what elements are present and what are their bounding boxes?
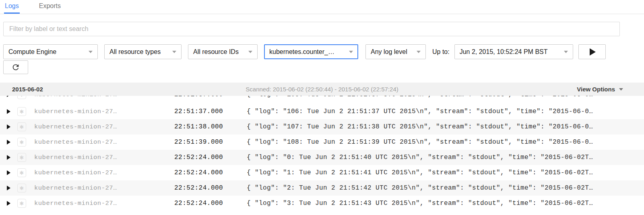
expand-row-icon[interactable] <box>7 155 10 160</box>
resource-types-dropdown[interactable]: All resource types <box>104 44 182 59</box>
resource-types-dropdown-label: All resource types <box>109 48 161 56</box>
log-row-host: kubernetes-minion-27… <box>34 123 174 130</box>
log-level-any-icon: ✱ <box>17 168 26 177</box>
log-row[interactable]: ✱ kubernetes-minion-27… 22:51:37.000 { "… <box>0 96 644 102</box>
log-row-json: { "log": "2: Tue Jun 2 21:51:42 UTC 2015… <box>247 184 644 192</box>
expand-row-icon[interactable] <box>7 109 10 114</box>
log-row-host: kubernetes-minion-27… <box>34 96 174 98</box>
log-rows-list: ✱ kubernetes-minion-27… 22:51:37.000 { "… <box>0 104 644 211</box>
source-dropdown[interactable]: Compute Engine <box>3 44 98 59</box>
tab-bar: Logs Exports <box>0 0 644 14</box>
expand-row-icon[interactable] <box>7 201 10 206</box>
resource-ids-dropdown-label: All resource IDs <box>193 48 239 56</box>
log-row[interactable]: ✱ kubernetes-minion-27… 22:52:24.000 { "… <box>0 150 644 165</box>
tab-exports[interactable]: Exports <box>38 0 62 14</box>
log-row-host: kubernetes-minion-27… <box>34 200 174 207</box>
log-level-any-icon: ✱ <box>17 107 26 116</box>
log-level-dropdown[interactable]: Any log level <box>365 44 426 59</box>
log-row-json: { "log": "106: Tue Jun 2 21:51:37 UTC 20… <box>247 108 644 115</box>
play-icon <box>590 48 596 56</box>
log-row[interactable]: ✱ kubernetes-minion-27… 22:51:38.000 { "… <box>0 119 644 134</box>
chevron-down-icon <box>89 51 93 53</box>
log-row-time: 22:52:24.000 <box>174 184 247 192</box>
log-row-time: 22:52:24.000 <box>174 200 247 207</box>
log-row-json: { "log": "3: Tue Jun 2 21:51:43 UTC 2015… <box>247 200 644 207</box>
filter-toolbar: Compute Engine All resource types All re… <box>3 44 644 59</box>
filter-search-input[interactable] <box>3 22 620 36</box>
refresh-icon <box>11 63 20 72</box>
log-row[interactable]: ✱ kubernetes-minion-27… 22:51:37.000 { "… <box>0 104 644 119</box>
log-row[interactable]: ✱ kubernetes-minion-27… 22:52:24.000 { "… <box>0 180 644 196</box>
log-name-dropdown-label: kubernetes.counter_… <box>269 48 334 56</box>
log-row-time: 22:52:24.000 <box>174 169 247 176</box>
datetime-dropdown[interactable]: Jun 2, 2015, 10:52:24 PM BST <box>454 44 573 59</box>
chevron-down-icon <box>564 51 568 53</box>
log-row-host: kubernetes-minion-27… <box>34 184 174 192</box>
expand-row-icon[interactable] <box>7 140 10 145</box>
log-section: Scanned: 2015-06-02 (22:50:44) - 2015-06… <box>0 83 644 211</box>
log-level-any-icon: ✱ <box>17 184 26 192</box>
tab-logs[interactable]: Logs <box>4 0 20 14</box>
chevron-down-icon <box>619 88 623 91</box>
log-row-json: { "log": "106: Tue Jun 2 21:51:37 UTC 20… <box>247 96 644 98</box>
chevron-down-icon <box>172 51 176 53</box>
chevron-down-icon <box>248 51 252 53</box>
log-row-time: 22:51:37.000 <box>174 96 247 98</box>
log-row-json: { "log": "1: Tue Jun 2 21:51:41 UTC 2015… <box>247 169 644 176</box>
log-row-time: 22:51:38.000 <box>174 123 247 130</box>
datetime-dropdown-label: Jun 2, 2015, 10:52:24 PM BST <box>460 48 548 56</box>
up-to-label: Up to: <box>432 48 450 56</box>
log-row-json: { "log": "0: Tue Jun 2 21:51:40 UTC 2015… <box>247 154 644 161</box>
expand-row-icon[interactable] <box>7 170 10 175</box>
log-row-json: { "log": "108: Tue Jun 2 21:51:39 UTC 20… <box>247 139 644 146</box>
log-row-host: kubernetes-minion-27… <box>34 169 174 176</box>
log-row-host: kubernetes-minion-27… <box>34 108 174 115</box>
log-row-time: 22:51:39.000 <box>174 139 247 146</box>
expand-row-icon[interactable] <box>7 96 10 97</box>
view-options-button[interactable]: View Options <box>577 86 623 93</box>
log-name-dropdown[interactable]: kubernetes.counter_… <box>264 44 358 59</box>
log-level-dropdown-label: Any log level <box>371 48 407 56</box>
log-table-header: Scanned: 2015-06-02 (22:50:44) - 2015-06… <box>0 83 644 96</box>
refresh-row <box>3 60 644 74</box>
log-level-any-icon: ✱ <box>17 199 26 208</box>
log-row[interactable]: ✱ kubernetes-minion-27… 22:52:24.000 { "… <box>0 165 644 180</box>
source-dropdown-label: Compute Engine <box>8 48 56 56</box>
log-row[interactable]: ✱ kubernetes-minion-27… 22:51:39.000 { "… <box>0 134 644 150</box>
log-row[interactable]: ✱ kubernetes-minion-27… 22:52:24.000 { "… <box>0 196 644 211</box>
chevron-down-icon <box>349 51 353 53</box>
log-level-any-icon: ✱ <box>17 138 26 147</box>
expand-row-icon[interactable] <box>7 124 10 129</box>
resource-ids-dropdown[interactable]: All resource IDs <box>188 44 258 59</box>
clipped-log-row[interactable]: ✱ kubernetes-minion-27… 22:51:37.000 { "… <box>0 96 644 104</box>
scanned-range-label: Scanned: 2015-06-02 (22:50:44) - 2015-06… <box>0 86 644 93</box>
log-level-any-icon: ✱ <box>17 153 26 162</box>
log-row-time: 22:52:24.000 <box>174 154 247 161</box>
log-row-time: 22:51:37.000 <box>174 108 247 115</box>
play-button[interactable] <box>578 44 606 59</box>
expand-row-icon[interactable] <box>7 186 10 190</box>
log-row-json: { "log": "107: Tue Jun 2 21:51:38 UTC 20… <box>247 123 644 130</box>
log-level-any-icon: ✱ <box>17 96 26 99</box>
filter-row <box>0 14 644 44</box>
log-level-any-icon: ✱ <box>17 122 26 131</box>
log-row-host: kubernetes-minion-27… <box>34 154 174 161</box>
refresh-button[interactable] <box>3 60 28 74</box>
chevron-down-icon <box>417 51 421 53</box>
view-options-label: View Options <box>577 86 615 93</box>
log-row-host: kubernetes-minion-27… <box>34 139 174 146</box>
